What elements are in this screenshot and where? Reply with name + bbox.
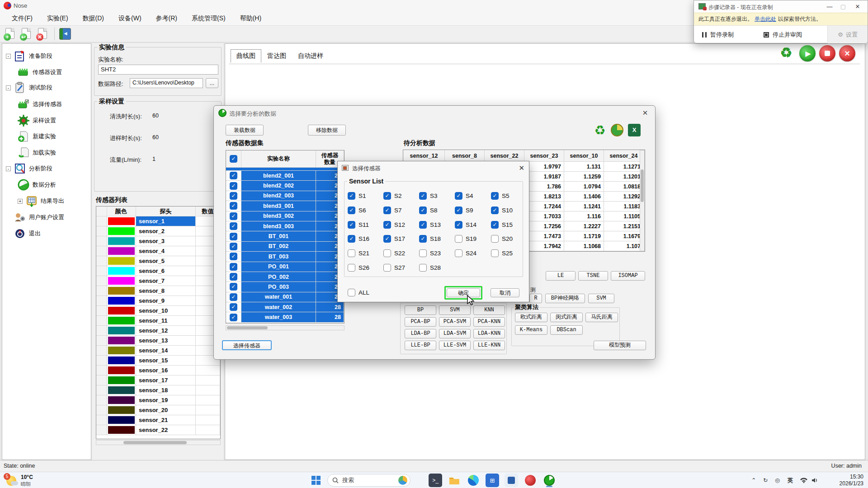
data-path-input[interactable]: C:\Users\Lenovo\Desktop bbox=[130, 78, 203, 88]
sensor-name-cell[interactable]: sensor_14 bbox=[136, 346, 196, 355]
dataset-row[interactable]: ✓water_00328 bbox=[226, 312, 344, 322]
stop-review-button[interactable]: 停止并审阅 bbox=[755, 26, 810, 43]
sensor-name-cell[interactable]: sensor_2 bbox=[136, 226, 196, 236]
sensor-name-cell[interactable]: sensor_15 bbox=[136, 356, 196, 365]
algorithm-button-lle-svm[interactable]: LLE-SVM bbox=[439, 341, 471, 350]
algorithm-button-lda-knn[interactable]: LDA-KNN bbox=[473, 329, 505, 338]
tray-chevron-icon[interactable]: ⌃ bbox=[751, 477, 756, 483]
sensor-name-cell[interactable]: sensor_5 bbox=[136, 256, 196, 266]
row-checkbox[interactable]: ✓ bbox=[230, 263, 237, 271]
dataset-row[interactable]: ✓BT_00128 bbox=[226, 231, 344, 241]
sensor-name-cell[interactable]: sensor_12 bbox=[136, 326, 196, 335]
plot-tab-1[interactable]: 曲线图 bbox=[231, 49, 261, 63]
dataset-row[interactable]: ✓blend3_00128 bbox=[226, 201, 344, 211]
recycle-icon[interactable]: ♻ bbox=[593, 123, 607, 137]
row-checkbox[interactable]: ✓ bbox=[230, 182, 237, 190]
close-icon[interactable]: ✕ bbox=[854, 3, 861, 10]
sensor-checkbox-item-s26[interactable]: S26 bbox=[348, 264, 369, 272]
sensor-name-cell[interactable]: sensor_21 bbox=[136, 415, 196, 425]
algorithm-button-lle-knn[interactable]: LLE-KNN bbox=[473, 341, 505, 350]
tree-item-11[interactable]: 用户账户设置 bbox=[6, 211, 64, 224]
sensor-checkbox[interactable]: ✓ bbox=[491, 206, 499, 214]
all-checkbox-item[interactable]: ALL bbox=[348, 289, 369, 296]
sensor-checkbox[interactable]: ✓ bbox=[348, 192, 355, 200]
sensor-name-cell[interactable]: sensor_6 bbox=[136, 266, 196, 276]
sensor-checkbox-item-s21[interactable]: S21 bbox=[348, 249, 369, 257]
taskbar-app-store[interactable]: ⊞ bbox=[486, 474, 499, 487]
sensor-row[interactable]: sensor_4 bbox=[96, 246, 220, 256]
sensor-checkbox[interactable]: ✓ bbox=[348, 235, 355, 243]
dataset-row[interactable]: ✓BT_00328 bbox=[226, 252, 344, 262]
sensor-checkbox-item-s10[interactable]: ✓S10 bbox=[491, 206, 513, 214]
cancel-button[interactable]: 取消 bbox=[491, 288, 519, 297]
sensor-checkbox-item-s2[interactable]: ✓S2 bbox=[383, 192, 402, 200]
sensor-row[interactable]: sensor_10 bbox=[96, 306, 220, 316]
tray-eye-icon[interactable]: ◎ bbox=[775, 477, 780, 483]
dataset-row[interactable]: ✓PO_00228 bbox=[226, 272, 344, 282]
tray-refresh-icon[interactable]: ↻ bbox=[763, 477, 768, 483]
language-indicator[interactable]: 英 bbox=[788, 477, 793, 484]
sensor-checkbox[interactable]: ✓ bbox=[455, 206, 462, 214]
menu-item-5[interactable]: 参考(R) bbox=[150, 13, 184, 24]
sensor-checkbox[interactable]: ✓ bbox=[383, 235, 391, 243]
sensor-checkbox[interactable] bbox=[348, 249, 355, 257]
close-run-button[interactable]: × bbox=[839, 45, 855, 61]
sensor-checkbox[interactable]: ✓ bbox=[419, 206, 427, 214]
sensor-checkbox[interactable] bbox=[383, 249, 391, 257]
sensor-checkbox-item-s22[interactable]: S22 bbox=[383, 249, 405, 257]
dataset-row[interactable]: ✓PO_00328 bbox=[226, 282, 344, 292]
notice-link[interactable]: 单击此处 bbox=[755, 15, 776, 23]
sensor-checkbox[interactable]: ✓ bbox=[455, 192, 462, 200]
sensor-name-cell[interactable]: sensor_13 bbox=[136, 336, 196, 345]
sensor-row[interactable]: sensor_1 bbox=[96, 216, 220, 226]
row-checkbox[interactable]: ✓ bbox=[230, 303, 237, 311]
select-sensor-button[interactable]: 选择传感器 bbox=[222, 340, 272, 350]
tree-item-1[interactable]: -准备阶段 bbox=[6, 49, 52, 63]
sensor-row[interactable]: sensor_3 bbox=[96, 236, 220, 246]
medal-icon[interactable] bbox=[611, 124, 623, 136]
sensor-row[interactable]: sensor_2 bbox=[96, 226, 220, 236]
sensor-name-cell[interactable]: sensor_19 bbox=[136, 395, 196, 405]
record-stop-button[interactable] bbox=[819, 45, 835, 61]
sensor-checkbox[interactable]: ✓ bbox=[419, 235, 427, 243]
cluster-button-1[interactable]: 欧式距离 bbox=[515, 313, 547, 322]
sensor-checkbox-item-s12[interactable]: ✓S12 bbox=[383, 221, 405, 229]
algorithm-button-knn[interactable]: KNN bbox=[473, 305, 505, 315]
taskbar-search[interactable]: 搜索 bbox=[327, 474, 410, 487]
sensor-row[interactable]: sensor_14 bbox=[96, 346, 220, 356]
dataset-row[interactable]: ✓blend2_00328 bbox=[226, 191, 344, 201]
row-checkbox[interactable]: ✓ bbox=[230, 202, 237, 210]
sensor-checkbox[interactable]: ✓ bbox=[383, 221, 391, 229]
load-data-button[interactable]: 装载数据 bbox=[226, 125, 264, 136]
taskbar-app-edge[interactable] bbox=[467, 474, 480, 487]
menu-item-4[interactable]: 设备(W) bbox=[112, 13, 148, 24]
taskbar-clock[interactable]: 15:30 2026/1/23 bbox=[840, 474, 863, 487]
sensor-row[interactable]: sensor_12 bbox=[96, 326, 220, 336]
weather-widget[interactable]: 5 10°C 晴朗 bbox=[3, 473, 71, 488]
algorithm-button-svm[interactable]: SVM bbox=[439, 305, 471, 315]
maximize-icon[interactable]: ▢ bbox=[840, 3, 847, 10]
plot-tab-2[interactable]: 雷达图 bbox=[261, 49, 292, 63]
dataset-name-cell[interactable]: PO_002 bbox=[241, 272, 316, 282]
menu-item-2[interactable]: 实验(E) bbox=[41, 13, 75, 24]
classifier-button-bp-network[interactable]: BP神经网络 bbox=[545, 294, 585, 303]
dataset-row[interactable]: ✓blend3_00228 bbox=[226, 211, 344, 221]
sensor-checkbox[interactable] bbox=[491, 249, 499, 257]
tree-item-7[interactable]: 加载实验 bbox=[18, 146, 56, 160]
menu-item-6[interactable]: 系统管理(S) bbox=[185, 13, 232, 24]
minimize-icon[interactable]: — bbox=[826, 3, 833, 10]
dataset-name-cell[interactable]: BT_002 bbox=[241, 242, 316, 251]
menu-item-1[interactable]: 文件(F) bbox=[5, 13, 39, 24]
dataset-name-cell[interactable]: blend2_003 bbox=[241, 191, 316, 201]
tree-item-3[interactable]: -测试阶段 bbox=[6, 81, 52, 94]
refresh-icon[interactable]: ♻ bbox=[778, 45, 794, 61]
tree-expander-icon[interactable]: - bbox=[6, 166, 11, 171]
tree-item-10[interactable]: +结果导出 bbox=[18, 194, 64, 208]
algorithm-button-lda-bp[interactable]: LDA-BP bbox=[405, 329, 436, 338]
sensor-checkbox-item-s9[interactable]: ✓S9 bbox=[455, 206, 473, 214]
partial-classifier-button[interactable]: R bbox=[529, 294, 542, 303]
wifi-icon[interactable] bbox=[800, 478, 807, 484]
start-button[interactable] bbox=[309, 474, 323, 487]
sensor-checkbox[interactable]: ✓ bbox=[419, 192, 427, 200]
sensor-checkbox[interactable] bbox=[419, 249, 427, 257]
